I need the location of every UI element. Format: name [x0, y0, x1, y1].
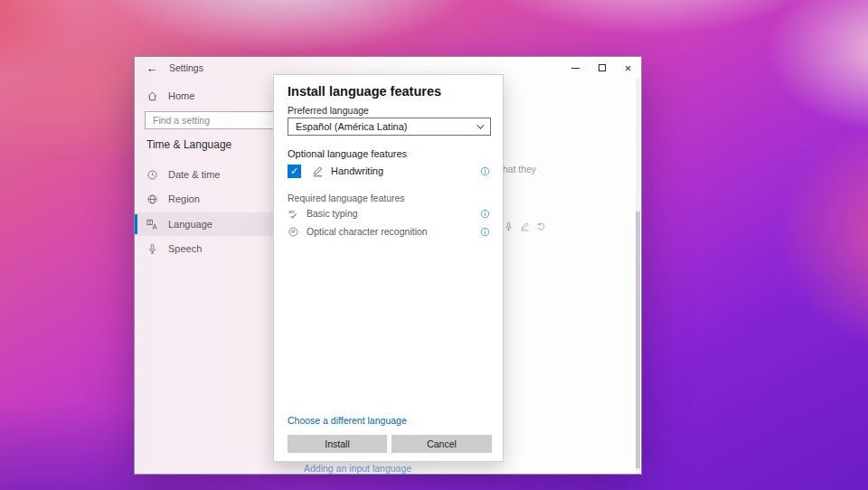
cancel-button[interactable]: Cancel: [392, 435, 492, 453]
svg-text:ab: ab: [288, 209, 295, 214]
minimize-icon: [571, 68, 580, 69]
info-icon[interactable]: [480, 227, 490, 237]
maximize-icon: [599, 64, 606, 71]
preferred-language-label: Preferred language: [288, 105, 369, 116]
language-icon: [146, 219, 158, 231]
feature-label: Optical character recognition: [307, 226, 428, 237]
choose-different-language-link[interactable]: Choose a different language: [288, 415, 407, 426]
feature-row-basic-typing: ab Basic typing: [288, 206, 490, 221]
pen-icon: [312, 165, 324, 177]
optional-features-heading: Optional language features: [288, 148, 407, 159]
install-language-features-dialog: Install language features Preferred lang…: [273, 74, 504, 462]
sidebar-section-title: Time & Language: [146, 138, 231, 151]
info-icon[interactable]: [480, 209, 490, 219]
dialog-title: Install language features: [288, 84, 441, 99]
settings-window: ← Settings × Home Time & Language Date &…: [134, 56, 642, 475]
adding-input-language-link[interactable]: Adding an input language: [304, 463, 411, 474]
feature-label: Handwriting: [331, 165, 383, 176]
sidebar-item-label: Region: [168, 193, 200, 204]
back-button[interactable]: ←: [140, 57, 164, 79]
required-features-heading: Required language features: [288, 193, 405, 203]
handwriting-checkbox[interactable]: ✓: [288, 165, 301, 178]
maximize-button[interactable]: [589, 57, 615, 79]
chevron-down-icon: [476, 121, 484, 128]
feature-row-ocr: Optical character recognition: [288, 224, 490, 239]
dialog-buttons: Install Cancel: [288, 435, 492, 453]
sidebar-item-label: Home: [168, 90, 194, 101]
feature-label: Basic typing: [307, 208, 358, 219]
sidebar-item-speech[interactable]: Speech: [135, 237, 273, 260]
caption-buttons: ×: [562, 57, 641, 79]
language-select[interactable]: Español (América Latina): [288, 118, 491, 136]
feature-row-handwriting: ✓ Handwriting: [288, 164, 490, 178]
language-select-value: Español (América Latina): [296, 121, 408, 132]
home-icon: [146, 90, 158, 102]
sidebar-item-language[interactable]: Language: [135, 212, 273, 236]
minimize-button[interactable]: [562, 57, 589, 79]
pen-icon: [520, 221, 530, 231]
sidebar-item-label: Language: [168, 219, 212, 230]
abc-check-icon: ab: [288, 208, 299, 220]
language-feature-icons: [504, 221, 546, 231]
install-button[interactable]: Install: [288, 435, 387, 453]
sidebar-item-date-time[interactable]: Date & time: [135, 163, 273, 186]
scrollbar-thumb[interactable]: [636, 212, 640, 468]
microphone-icon: [146, 243, 158, 255]
sidebar-item-label: Date & time: [168, 169, 220, 180]
microphone-icon: [504, 221, 514, 231]
clock-icon: [146, 169, 158, 181]
app-title: Settings: [169, 62, 203, 73]
sidebar-item-label: Speech: [168, 243, 202, 254]
scrollbar[interactable]: [636, 79, 640, 473]
sidebar-item-home[interactable]: Home: [135, 85, 272, 107]
close-button[interactable]: ×: [615, 57, 641, 79]
ocr-icon: [288, 226, 299, 238]
globe-icon: [146, 193, 158, 205]
sidebar-item-region[interactable]: Region: [135, 187, 273, 211]
info-icon[interactable]: [480, 166, 490, 176]
undo-icon: [536, 221, 546, 231]
